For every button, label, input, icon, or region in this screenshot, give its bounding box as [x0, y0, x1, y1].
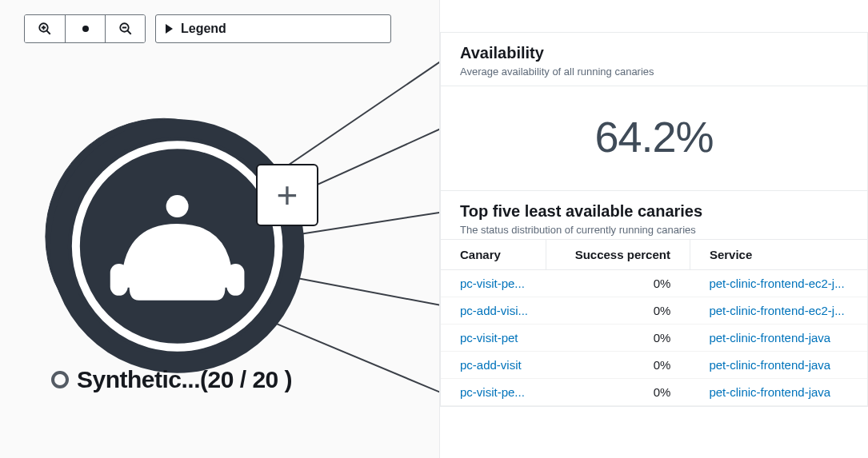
col-canary[interactable]: Canary	[441, 240, 546, 270]
table-row: pc-visit-pe... 0% pet-clinic-frontend-ja…	[441, 379, 867, 406]
service-link[interactable]: pet-clinic-frontend-java	[709, 358, 830, 372]
top-five-section: Top five least available canaries The st…	[441, 190, 867, 406]
svg-line-1	[46, 30, 50, 34]
success-cell: 0%	[546, 297, 690, 325]
col-success[interactable]: Success percent	[546, 240, 690, 270]
table-row: pc-visit-pet 0% pet-clinic-frontend-java	[441, 325, 867, 352]
canary-link[interactable]: pc-visit-pe...	[460, 385, 525, 399]
zoom-in-icon	[38, 22, 52, 36]
node-label[interactable]: Synthetic...(20 / 20 )	[51, 366, 292, 393]
availability-title: Availability	[460, 44, 848, 62]
service-link[interactable]: pet-clinic-frontend-ec2-j...	[709, 277, 844, 290]
status-ring-icon	[51, 371, 69, 388]
svg-rect-18	[110, 264, 128, 296]
zoom-reset-button[interactable]	[65, 15, 105, 42]
service-map-pane: Legend +	[0, 0, 440, 458]
canary-link[interactable]: pc-add-visit	[460, 358, 522, 372]
zoom-in-button[interactable]	[25, 15, 65, 42]
table-row: pc-add-visi... 0% pet-clinic-frontend-ec…	[441, 297, 867, 325]
success-cell: 0%	[546, 379, 690, 406]
legend-label: Legend	[181, 22, 226, 36]
col-service[interactable]: Service	[690, 240, 867, 270]
canary-link[interactable]: pc-visit-pe...	[460, 277, 525, 290]
table-row: pc-visit-pe... 0% pet-clinic-frontend-ec…	[441, 270, 867, 297]
legend-dropdown[interactable]: Legend	[155, 14, 391, 43]
dot-icon	[82, 26, 89, 32]
expand-node-button[interactable]: +	[256, 164, 318, 226]
play-icon	[166, 24, 173, 34]
zoom-out-icon	[118, 22, 133, 36]
availability-card: Availability Average availability of all…	[440, 32, 868, 407]
service-link[interactable]: pet-clinic-frontend-java	[709, 331, 830, 344]
success-cell: 0%	[546, 352, 690, 379]
service-link[interactable]: pet-clinic-frontend-ec2-j...	[709, 304, 844, 317]
zoom-controls	[24, 14, 146, 43]
canary-link[interactable]: pc-visit-pet	[460, 331, 518, 344]
availability-subtitle: Average availability of all running cana…	[460, 66, 848, 78]
svg-rect-19	[226, 264, 244, 296]
availability-value: 64.2%	[441, 86, 867, 190]
success-cell: 0%	[546, 325, 690, 352]
svg-line-11	[247, 312, 439, 416]
node-label-text: Synthetic...(20 / 20 )	[77, 366, 292, 393]
table-row: pc-add-visit 0% pet-clinic-frontend-java	[441, 352, 867, 379]
service-link[interactable]: pet-clinic-frontend-java	[709, 385, 830, 399]
zoom-out-button[interactable]	[105, 15, 145, 42]
svg-point-17	[166, 195, 189, 217]
top-five-title: Top five least available canaries	[460, 202, 848, 221]
canary-link[interactable]: pc-add-visi...	[460, 304, 528, 317]
svg-line-5	[127, 30, 131, 34]
canary-table: Canary Success percent Service pc-visit-…	[441, 239, 867, 406]
success-cell: 0%	[546, 270, 690, 297]
top-five-subtitle: The status distribution of currently run…	[460, 224, 848, 236]
metrics-pane: Availability Average availability of all…	[440, 0, 868, 458]
plus-icon: +	[277, 173, 298, 217]
